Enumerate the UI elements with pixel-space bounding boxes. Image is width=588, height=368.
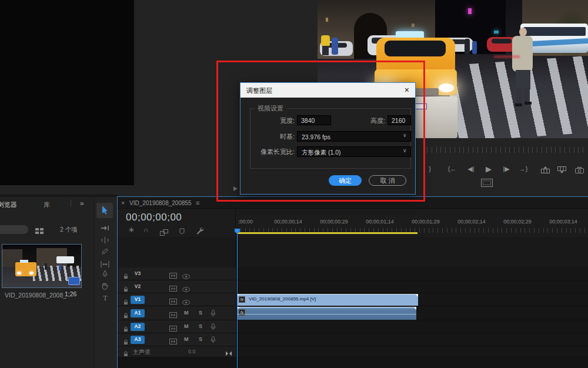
selection-tool[interactable]	[96, 203, 113, 218]
timeline-tab-menu-icon[interactable]: ≡	[196, 199, 199, 206]
neon-light	[468, 8, 472, 14]
ruler-label: 00;00;02;14	[457, 219, 486, 225]
solo-button[interactable]: S	[199, 323, 202, 329]
track-content-v2[interactable]	[236, 280, 588, 293]
lock-icon[interactable]	[123, 310, 128, 321]
go-to-out-button[interactable]: →}	[516, 165, 531, 172]
audio-clip[interactable]: fx	[237, 307, 416, 320]
panel-more-icon[interactable]: »	[80, 199, 84, 208]
mic-icon[interactable]	[211, 322, 216, 333]
comparison-view-button[interactable]	[481, 179, 493, 187]
solo-button[interactable]: S	[199, 336, 202, 342]
video-settings-label: 视频设置	[255, 104, 286, 113]
timebase-dropdown[interactable]: 23.976 fps	[297, 131, 411, 142]
video-clip-label: VID_20190808_200855.mp4 [V]	[249, 296, 316, 302]
dialog-titlebar[interactable]: 调整图层 ×	[240, 83, 415, 98]
extract-icon	[557, 166, 566, 173]
pixel-aspect-dropdown[interactable]: 方形像素 (1.0)	[297, 146, 411, 157]
track-select-tool[interactable]	[101, 223, 109, 233]
solo-button[interactable]: S	[199, 310, 202, 316]
man-pants	[516, 70, 530, 89]
ruler-label: 00;00;00;14	[274, 219, 302, 225]
step-forward-button[interactable]: |▶	[499, 165, 514, 173]
mic-icon[interactable]	[211, 335, 216, 346]
export-frame-button[interactable]	[575, 165, 584, 176]
go-to-in-button[interactable]: {←	[445, 165, 460, 172]
lift-button[interactable]	[541, 165, 550, 176]
timeline-tab-title[interactable]: VID_20190808_200855	[129, 200, 192, 206]
width-label: 宽度:	[251, 116, 295, 125]
mark-out-button[interactable]: }	[422, 165, 437, 172]
ripple-edit-tool[interactable]	[101, 235, 109, 246]
width-input[interactable]: 3840	[297, 115, 331, 125]
ruler-label: 00;00;03;14	[549, 219, 577, 225]
track-badge-a2[interactable]: A2	[131, 323, 145, 331]
pen-tool[interactable]	[102, 270, 108, 280]
ruler-label: ;00;00	[238, 219, 253, 225]
search-input[interactable]	[0, 225, 28, 234]
step-back-button[interactable]: ◀|	[463, 165, 479, 173]
clip-name[interactable]: VID_20190808_2008_	[5, 292, 66, 299]
ok-button[interactable]: 确定	[329, 175, 362, 186]
man-head	[519, 28, 527, 36]
chevron-down-icon: ∨	[403, 148, 407, 153]
cancel-button[interactable]: 取 消	[369, 175, 406, 186]
ruler-label: 00;00;00;29	[320, 219, 348, 225]
master-track-content	[236, 346, 588, 357]
sync-lock-icon[interactable]	[169, 270, 177, 281]
playhead-line	[237, 229, 238, 368]
chevron-down-icon: ∨	[403, 132, 407, 138]
snap-toggle-icon[interactable]: ∩	[143, 226, 149, 234]
track-badge-a1[interactable]: A1	[131, 309, 145, 317]
taxi-headlight	[439, 83, 454, 92]
slip-tool[interactable]	[101, 259, 109, 270]
monitor-mini-ruler[interactable]	[427, 147, 586, 153]
nest-toggle-icon[interactable]: ∗	[128, 225, 135, 234]
clip-usage-badge	[68, 277, 80, 285]
timebase-label: 时基:	[251, 132, 295, 141]
mute-button[interactable]: M	[184, 310, 189, 316]
timeline-tab-close-icon[interactable]: ×	[121, 199, 125, 206]
timeline-settings-icon[interactable]	[196, 226, 203, 237]
hand-icon	[101, 282, 108, 290]
sync-lock-icon[interactable]	[169, 296, 177, 307]
video-clip[interactable]: fx VID_20190808_200855.mp4 [V]	[237, 294, 418, 306]
track-content-a3[interactable]	[236, 333, 588, 346]
sync-lock-icon[interactable]	[169, 310, 177, 320]
sync-lock-icon[interactable]	[169, 283, 177, 294]
mute-button[interactable]: M	[184, 323, 189, 329]
razor-tool[interactable]	[101, 247, 109, 257]
hand-tool[interactable]	[101, 282, 108, 292]
height-input[interactable]: 2160	[387, 115, 411, 125]
media-browser-panel: 媒体浏览器 库 » 2 个项 VID_20190808_2008_ 1;26	[0, 197, 94, 368]
track-badge-v3[interactable]: V3	[131, 270, 145, 277]
mic-icon[interactable]	[211, 309, 216, 319]
camera-icon	[575, 167, 584, 173]
clip-duration: 1;26	[65, 290, 76, 297]
add-marker-icon[interactable]	[179, 227, 185, 237]
mute-button[interactable]: M	[184, 336, 189, 342]
comparison-view-icon	[483, 180, 491, 185]
track-content-v3[interactable]	[236, 267, 588, 280]
pedestrian	[465, 39, 470, 55]
tab-library[interactable]: 库	[44, 200, 50, 209]
extract-button[interactable]	[557, 165, 566, 176]
track-badge-v2[interactable]: V2	[131, 283, 145, 290]
pen-icon	[102, 270, 108, 278]
track-content-a2[interactable]	[236, 320, 588, 333]
master-level-value[interactable]: 0.0	[188, 349, 196, 354]
sync-lock-icon[interactable]	[169, 323, 177, 334]
audio-volume-band[interactable]	[237, 314, 416, 315]
clip-thumbnail[interactable]	[2, 245, 81, 287]
sync-lock-icon[interactable]	[169, 336, 177, 347]
timeline-timecode[interactable]: 00;00;00;00	[126, 212, 182, 223]
track-badge-a3[interactable]: A3	[131, 336, 145, 344]
play-button[interactable]: ▶	[481, 165, 496, 173]
view-toggle-button[interactable]	[35, 226, 44, 237]
track-badge-v1[interactable]: V1	[131, 296, 145, 304]
render-bar	[237, 232, 417, 234]
dialog-title: 调整图层	[246, 86, 272, 95]
dialog-close-icon[interactable]: ×	[405, 85, 409, 95]
type-tool[interactable]: T	[103, 293, 108, 303]
tab-media-browser[interactable]: 媒体浏览器	[0, 200, 17, 209]
